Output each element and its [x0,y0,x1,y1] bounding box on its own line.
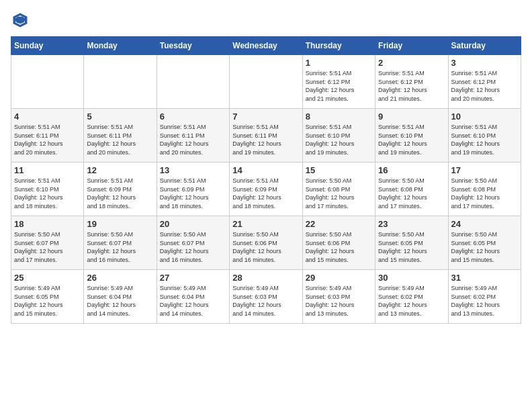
column-header-saturday: Saturday [448,37,521,55]
calendar-cell: 8Sunrise: 5:51 AM Sunset: 6:10 PM Daylig… [302,109,375,163]
day-number: 17 [451,165,518,175]
calendar-cell: 12Sunrise: 5:51 AM Sunset: 6:09 PM Dayli… [84,163,157,216]
day-number: 29 [306,273,372,283]
calendar-week-row: 25Sunrise: 5:49 AM Sunset: 6:05 PM Dayli… [11,270,521,324]
page-header [11,11,521,30]
day-info: Sunrise: 5:50 AM Sunset: 6:06 PM Dayligh… [306,230,372,264]
calendar-cell: 27Sunrise: 5:49 AM Sunset: 6:04 PM Dayli… [157,270,229,324]
calendar-cell: 4Sunrise: 5:51 AM Sunset: 6:11 PM Daylig… [11,109,84,163]
day-number: 21 [232,219,299,229]
day-info: Sunrise: 5:49 AM Sunset: 6:05 PM Dayligh… [14,284,81,318]
calendar-cell: 24Sunrise: 5:50 AM Sunset: 6:05 PM Dayli… [448,216,521,270]
day-info: Sunrise: 5:49 AM Sunset: 6:04 PM Dayligh… [160,284,226,318]
column-header-sunday: Sunday [11,37,84,55]
day-info: Sunrise: 5:50 AM Sunset: 6:05 PM Dayligh… [378,230,445,264]
day-info: Sunrise: 5:49 AM Sunset: 6:03 PM Dayligh… [306,284,372,318]
day-number: 7 [232,111,299,122]
calendar-cell: 23Sunrise: 5:50 AM Sunset: 6:05 PM Dayli… [375,216,448,270]
day-info: Sunrise: 5:50 AM Sunset: 6:06 PM Dayligh… [232,230,299,264]
calendar-cell: 26Sunrise: 5:49 AM Sunset: 6:04 PM Dayli… [84,270,157,324]
day-number: 19 [87,219,153,229]
calendar-cell: 14Sunrise: 5:51 AM Sunset: 6:09 PM Dayli… [230,163,302,216]
calendar-week-row: 1Sunrise: 5:51 AM Sunset: 6:12 PM Daylig… [11,55,521,109]
calendar-table: SundayMondayTuesdayWednesdayThursdayFrid… [11,36,521,324]
column-header-monday: Monday [84,37,157,55]
day-info: Sunrise: 5:50 AM Sunset: 6:08 PM Dayligh… [451,177,518,210]
calendar-cell: 31Sunrise: 5:49 AM Sunset: 6:02 PM Dayli… [448,270,521,324]
calendar-cell: 25Sunrise: 5:49 AM Sunset: 6:05 PM Dayli… [11,270,84,324]
logo-icon [11,11,30,30]
day-number: 14 [232,165,299,175]
day-number: 12 [87,165,153,175]
day-number: 8 [306,111,372,122]
calendar-cell: 18Sunrise: 5:50 AM Sunset: 6:07 PM Dayli… [11,216,84,270]
day-info: Sunrise: 5:51 AM Sunset: 6:12 PM Dayligh… [306,69,372,103]
calendar-cell: 29Sunrise: 5:49 AM Sunset: 6:03 PM Dayli… [302,270,375,324]
calendar-cell: 21Sunrise: 5:50 AM Sunset: 6:06 PM Dayli… [230,216,302,270]
calendar-cell: 10Sunrise: 5:51 AM Sunset: 6:10 PM Dayli… [448,109,521,163]
day-number: 16 [378,165,445,175]
day-info: Sunrise: 5:50 AM Sunset: 6:07 PM Dayligh… [87,230,153,264]
calendar-cell: 28Sunrise: 5:49 AM Sunset: 6:03 PM Dayli… [230,270,302,324]
day-info: Sunrise: 5:50 AM Sunset: 6:08 PM Dayligh… [306,177,372,210]
day-number: 22 [306,219,372,229]
day-number: 9 [378,111,445,122]
column-header-tuesday: Tuesday [157,37,229,55]
calendar-cell: 1Sunrise: 5:51 AM Sunset: 6:12 PM Daylig… [302,55,375,109]
day-number: 5 [87,111,153,122]
day-info: Sunrise: 5:51 AM Sunset: 6:09 PM Dayligh… [232,177,299,210]
day-info: Sunrise: 5:51 AM Sunset: 6:10 PM Dayligh… [378,123,445,156]
day-info: Sunrise: 5:50 AM Sunset: 6:07 PM Dayligh… [160,230,226,264]
day-number: 20 [160,219,226,229]
calendar-cell: 6Sunrise: 5:51 AM Sunset: 6:11 PM Daylig… [157,109,229,163]
day-number: 2 [378,58,445,68]
column-header-thursday: Thursday [302,37,375,55]
calendar-cell [230,55,302,109]
day-number: 28 [232,273,299,283]
day-info: Sunrise: 5:51 AM Sunset: 6:11 PM Dayligh… [160,123,226,156]
calendar-cell: 3Sunrise: 5:51 AM Sunset: 6:12 PM Daylig… [448,55,521,109]
calendar-cell: 2Sunrise: 5:51 AM Sunset: 6:12 PM Daylig… [375,55,448,109]
calendar-cell: 15Sunrise: 5:50 AM Sunset: 6:08 PM Dayli… [302,163,375,216]
day-info: Sunrise: 5:51 AM Sunset: 6:11 PM Dayligh… [14,123,81,156]
calendar-week-row: 18Sunrise: 5:50 AM Sunset: 6:07 PM Dayli… [11,216,521,270]
calendar-cell [84,55,157,109]
calendar-cell: 11Sunrise: 5:51 AM Sunset: 6:10 PM Dayli… [11,163,84,216]
day-info: Sunrise: 5:49 AM Sunset: 6:03 PM Dayligh… [232,284,299,318]
day-info: Sunrise: 5:51 AM Sunset: 6:12 PM Dayligh… [378,69,445,103]
column-header-wednesday: Wednesday [230,37,302,55]
day-number: 13 [160,165,226,175]
day-info: Sunrise: 5:51 AM Sunset: 6:11 PM Dayligh… [87,123,153,156]
day-info: Sunrise: 5:50 AM Sunset: 6:08 PM Dayligh… [378,177,445,210]
day-number: 25 [14,273,81,283]
calendar-cell [11,55,84,109]
day-number: 1 [306,58,372,68]
day-info: Sunrise: 5:51 AM Sunset: 6:09 PM Dayligh… [87,177,153,210]
calendar-cell: 16Sunrise: 5:50 AM Sunset: 6:08 PM Dayli… [375,163,448,216]
calendar-cell: 5Sunrise: 5:51 AM Sunset: 6:11 PM Daylig… [84,109,157,163]
day-number: 23 [378,219,445,229]
day-number: 3 [451,58,518,68]
day-number: 18 [14,219,81,229]
calendar-cell: 9Sunrise: 5:51 AM Sunset: 6:10 PM Daylig… [375,109,448,163]
day-number: 24 [451,219,518,229]
day-info: Sunrise: 5:49 AM Sunset: 6:02 PM Dayligh… [378,284,445,318]
calendar-cell: 22Sunrise: 5:50 AM Sunset: 6:06 PM Dayli… [302,216,375,270]
day-number: 26 [87,273,153,283]
day-info: Sunrise: 5:51 AM Sunset: 6:11 PM Dayligh… [232,123,299,156]
calendar-header-row: SundayMondayTuesdayWednesdayThursdayFrid… [11,37,521,55]
day-number: 27 [160,273,226,283]
calendar-week-row: 11Sunrise: 5:51 AM Sunset: 6:10 PM Dayli… [11,163,521,216]
day-number: 15 [306,165,372,175]
day-number: 30 [378,273,445,283]
calendar-week-row: 4Sunrise: 5:51 AM Sunset: 6:11 PM Daylig… [11,109,521,163]
day-info: Sunrise: 5:49 AM Sunset: 6:02 PM Dayligh… [451,284,518,318]
day-info: Sunrise: 5:51 AM Sunset: 6:10 PM Dayligh… [306,123,372,156]
day-info: Sunrise: 5:51 AM Sunset: 6:12 PM Dayligh… [451,69,518,103]
day-info: Sunrise: 5:51 AM Sunset: 6:10 PM Dayligh… [451,123,518,156]
day-info: Sunrise: 5:50 AM Sunset: 6:05 PM Dayligh… [451,230,518,264]
day-number: 6 [160,111,226,122]
calendar-cell: 20Sunrise: 5:50 AM Sunset: 6:07 PM Dayli… [157,216,229,270]
logo [11,11,32,30]
calendar-cell: 7Sunrise: 5:51 AM Sunset: 6:11 PM Daylig… [230,109,302,163]
